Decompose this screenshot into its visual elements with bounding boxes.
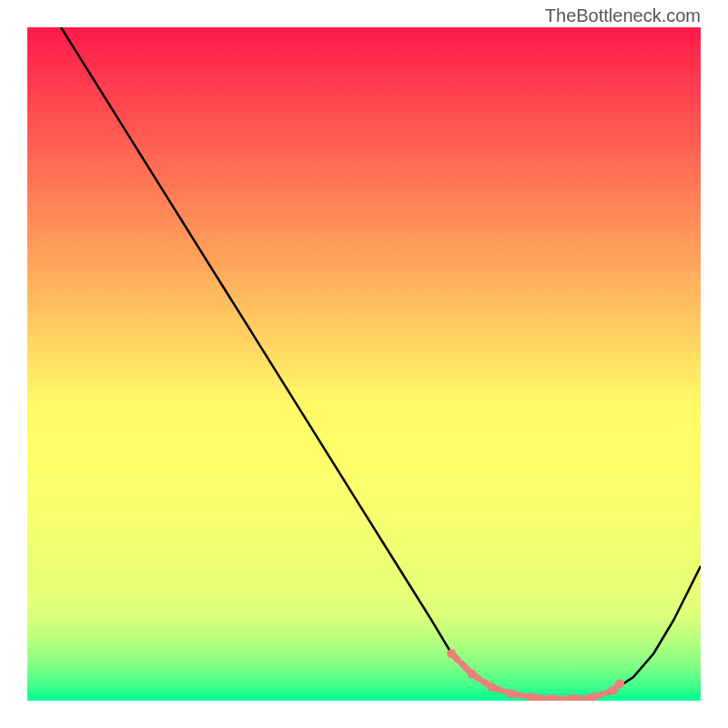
marker-dot bbox=[467, 669, 476, 678]
marker-dot bbox=[508, 690, 517, 699]
watermark-text: TheBottleneck.com bbox=[545, 5, 701, 26]
marker-dot bbox=[548, 694, 557, 701]
marker-dot bbox=[609, 686, 618, 695]
marker-dot bbox=[615, 680, 624, 689]
chart-container: TheBottleneck.com bbox=[0, 0, 728, 728]
curve-markers bbox=[447, 649, 624, 701]
curve-line bbox=[61, 27, 701, 699]
marker-dot bbox=[568, 694, 577, 701]
curve-svg bbox=[27, 27, 701, 701]
marker-dot bbox=[488, 682, 497, 692]
marker-dot bbox=[447, 649, 456, 658]
